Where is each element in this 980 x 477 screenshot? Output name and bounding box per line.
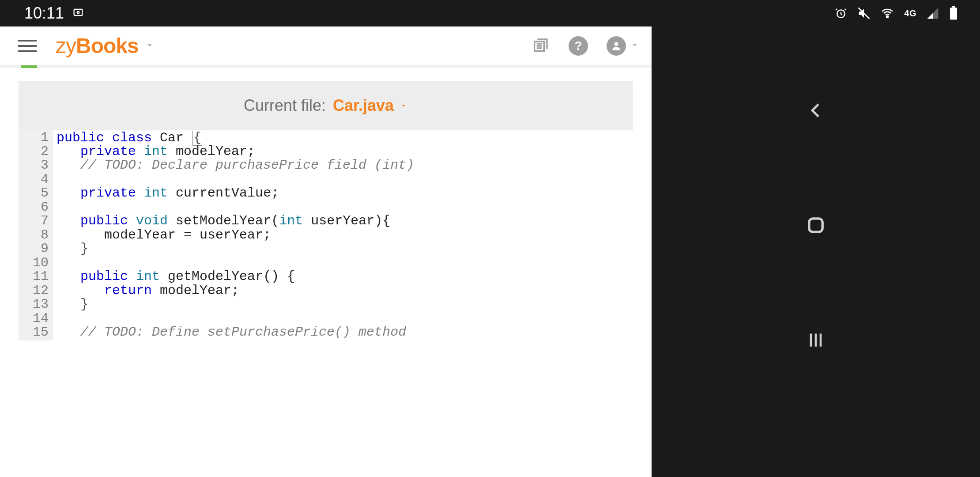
code-panel: Current file: Car.java 12345678910111213… <box>19 81 633 341</box>
svg-rect-8 <box>809 219 822 232</box>
line-number: 14 <box>26 312 49 326</box>
code-line[interactable]: private int currentValue; <box>57 186 414 201</box>
status-time: 10:11 <box>24 4 64 23</box>
line-number: 7 <box>26 214 49 228</box>
person-icon <box>607 36 626 56</box>
brand-logo: zyBooks <box>56 34 139 58</box>
code-line[interactable]: // TODO: Define setPurchasePrice() metho… <box>57 326 414 340</box>
alarm-icon <box>834 7 848 20</box>
menu-button[interactable] <box>18 36 37 56</box>
line-number: 2 <box>26 145 49 159</box>
line-number: 12 <box>26 284 49 298</box>
line-number: 8 <box>26 228 49 242</box>
caret-down-icon <box>399 101 408 110</box>
line-number: 3 <box>26 159 49 173</box>
svg-point-4 <box>886 16 888 18</box>
file-label: Current file: <box>244 96 326 115</box>
caret-down-icon <box>630 41 639 51</box>
line-number: 1 <box>26 131 49 145</box>
help-icon: ? <box>569 36 588 56</box>
signal-icon <box>926 7 939 20</box>
code-line[interactable]: } <box>57 242 414 256</box>
svg-point-7 <box>614 42 618 46</box>
wifi-icon <box>880 6 894 20</box>
battery-icon <box>949 6 958 20</box>
browser-viewport: zyBooks ? <box>0 26 652 477</box>
network-type: 4G <box>904 8 916 19</box>
code-line[interactable]: public void setModelYear(int userYear){ <box>57 214 414 228</box>
nav-home-button[interactable] <box>803 212 829 238</box>
code-line[interactable]: private int modelYear; <box>57 145 414 159</box>
line-number: 4 <box>26 173 49 187</box>
svg-point-1 <box>77 11 79 14</box>
file-selector[interactable]: Car.java <box>333 96 408 115</box>
help-button[interactable]: ? <box>569 36 588 56</box>
account-button[interactable] <box>607 36 639 56</box>
code-line[interactable] <box>57 312 414 326</box>
code-line[interactable]: return modelYear; <box>57 284 414 298</box>
code-line[interactable]: } <box>57 298 414 312</box>
brand-dropdown[interactable]: zyBooks <box>56 34 155 58</box>
code-line[interactable]: public class Car { <box>57 131 414 145</box>
library-button[interactable] <box>531 36 550 56</box>
mute-icon <box>857 7 871 20</box>
file-name: Car.java <box>333 96 394 115</box>
content-body: Current file: Car.java 12345678910111213… <box>0 68 652 341</box>
system-nav-rail <box>652 26 980 477</box>
screenshot-icon <box>72 4 84 23</box>
line-number: 10 <box>26 256 49 270</box>
code-line[interactable]: // TODO: Declare purchasePrice field (in… <box>57 159 414 173</box>
android-status-bar: 10:11 4G <box>0 0 980 26</box>
svg-rect-0 <box>74 9 83 15</box>
line-number: 15 <box>26 326 49 340</box>
code-line[interactable] <box>57 256 414 270</box>
code-line[interactable]: public int getModelYear() { <box>57 270 414 284</box>
device-screen: 10:11 4G <box>0 0 980 477</box>
code-line[interactable] <box>57 173 414 187</box>
line-number: 13 <box>26 298 49 312</box>
line-number: 5 <box>26 186 49 201</box>
line-number: 11 <box>26 270 49 284</box>
caret-down-icon <box>145 40 155 52</box>
app-bar: zyBooks ? <box>0 26 652 65</box>
nav-back-button[interactable] <box>803 97 829 124</box>
code-line[interactable] <box>57 201 414 215</box>
code-editor[interactable]: 123456789101112131415 public class Car {… <box>19 130 633 341</box>
line-number: 6 <box>26 201 49 215</box>
line-number-gutter: 123456789101112131415 <box>19 130 53 341</box>
code-area[interactable]: public class Car { private int modelYear… <box>53 130 414 341</box>
file-header: Current file: Car.java <box>19 81 633 130</box>
svg-rect-5 <box>950 8 957 19</box>
code-line[interactable]: modelYear = userYear; <box>57 228 414 242</box>
nav-recents-button[interactable] <box>803 327 829 353</box>
svg-rect-6 <box>952 6 955 8</box>
line-number: 9 <box>26 242 49 256</box>
